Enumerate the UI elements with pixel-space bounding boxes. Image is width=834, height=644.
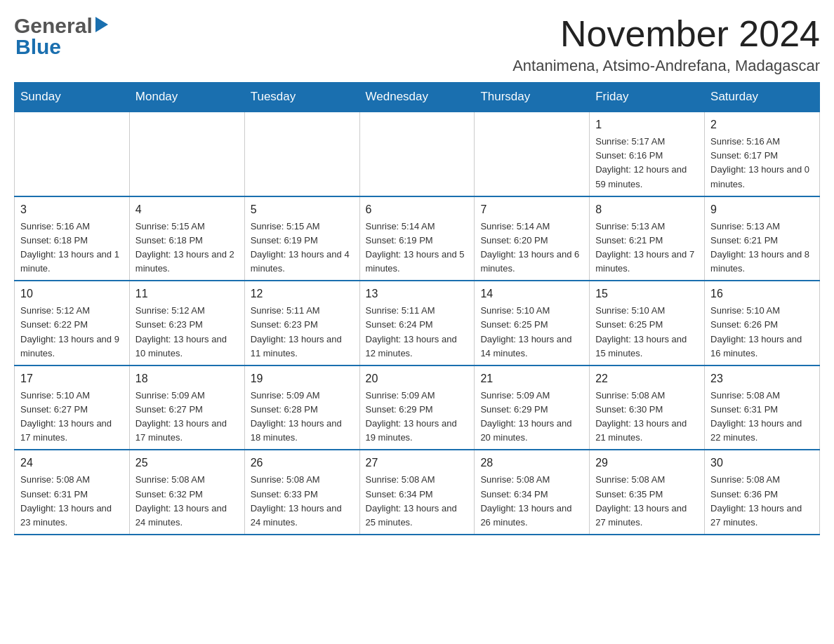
col-sunday: Sunday — [15, 83, 130, 112]
table-row: 2Sunrise: 5:16 AMSunset: 6:17 PMDaylight… — [705, 112, 820, 196]
calendar-header-row: Sunday Monday Tuesday Wednesday Thursday… — [15, 83, 820, 112]
day-info: Sunrise: 5:15 AMSunset: 6:18 PMDaylight:… — [135, 220, 239, 276]
day-number: 8 — [595, 201, 699, 218]
svg-marker-0 — [95, 17, 108, 32]
table-row — [15, 112, 130, 196]
table-row — [244, 112, 359, 196]
table-row: 30Sunrise: 5:08 AMSunset: 6:36 PMDayligh… — [705, 450, 820, 535]
table-row: 17Sunrise: 5:10 AMSunset: 6:27 PMDayligh… — [15, 365, 130, 450]
day-info: Sunrise: 5:09 AMSunset: 6:29 PMDaylight:… — [480, 389, 583, 445]
day-number: 29 — [595, 455, 699, 471]
day-info: Sunrise: 5:08 AMSunset: 6:34 PMDaylight:… — [480, 473, 583, 530]
calendar-week-row: 1Sunrise: 5:17 AMSunset: 6:16 PMDaylight… — [15, 112, 820, 196]
day-number: 15 — [595, 286, 699, 302]
day-info: Sunrise: 5:08 AMSunset: 6:32 PMDaylight:… — [135, 473, 239, 530]
day-info: Sunrise: 5:13 AMSunset: 6:21 PMDaylight:… — [595, 220, 699, 276]
table-row: 4Sunrise: 5:15 AMSunset: 6:18 PMDaylight… — [129, 196, 244, 281]
day-info: Sunrise: 5:14 AMSunset: 6:19 PMDaylight:… — [366, 220, 469, 276]
table-row: 5Sunrise: 5:15 AMSunset: 6:19 PMDaylight… — [244, 196, 359, 281]
table-row: 28Sunrise: 5:08 AMSunset: 6:34 PMDayligh… — [475, 450, 590, 535]
table-row: 18Sunrise: 5:09 AMSunset: 6:27 PMDayligh… — [129, 365, 244, 450]
day-info: Sunrise: 5:08 AMSunset: 6:30 PMDaylight:… — [595, 389, 699, 445]
day-info: Sunrise: 5:14 AMSunset: 6:20 PMDaylight:… — [480, 220, 583, 276]
table-row: 29Sunrise: 5:08 AMSunset: 6:35 PMDayligh… — [590, 450, 705, 535]
calendar-week-row: 24Sunrise: 5:08 AMSunset: 6:31 PMDayligh… — [15, 450, 820, 535]
day-info: Sunrise: 5:10 AMSunset: 6:27 PMDaylight:… — [20, 389, 124, 445]
day-info: Sunrise: 5:13 AMSunset: 6:21 PMDaylight:… — [710, 220, 814, 276]
day-info: Sunrise: 5:08 AMSunset: 6:36 PMDaylight:… — [710, 473, 814, 530]
day-number: 18 — [135, 370, 239, 387]
col-tuesday: Tuesday — [244, 83, 359, 112]
table-row: 6Sunrise: 5:14 AMSunset: 6:19 PMDaylight… — [359, 196, 475, 281]
logo-triangle-icon — [95, 17, 108, 35]
table-row: 24Sunrise: 5:08 AMSunset: 6:31 PMDayligh… — [15, 450, 130, 535]
day-info: Sunrise: 5:08 AMSunset: 6:33 PMDaylight:… — [251, 473, 354, 530]
day-number: 27 — [366, 455, 469, 471]
table-row: 16Sunrise: 5:10 AMSunset: 6:26 PMDayligh… — [705, 281, 820, 365]
day-number: 3 — [20, 201, 124, 218]
table-row: 10Sunrise: 5:12 AMSunset: 6:22 PMDayligh… — [15, 281, 130, 365]
day-number: 22 — [595, 370, 699, 387]
table-row: 7Sunrise: 5:14 AMSunset: 6:20 PMDaylight… — [475, 196, 590, 281]
page-header: General Blue November 2024 Antanimena, A… — [14, 14, 820, 75]
day-number: 10 — [20, 286, 124, 302]
logo: General Blue — [14, 14, 108, 59]
month-title: November 2024 — [512, 14, 820, 54]
day-number: 24 — [20, 455, 124, 471]
day-number: 9 — [710, 201, 814, 218]
col-saturday: Saturday — [705, 83, 820, 112]
day-number: 11 — [135, 286, 239, 302]
day-info: Sunrise: 5:08 AMSunset: 6:35 PMDaylight:… — [595, 473, 699, 530]
day-info: Sunrise: 5:10 AMSunset: 6:26 PMDaylight:… — [710, 304, 814, 361]
day-info: Sunrise: 5:15 AMSunset: 6:19 PMDaylight:… — [251, 220, 354, 276]
day-info: Sunrise: 5:09 AMSunset: 6:28 PMDaylight:… — [251, 389, 354, 445]
day-number: 14 — [480, 286, 583, 302]
table-row — [129, 112, 244, 196]
day-info: Sunrise: 5:11 AMSunset: 6:23 PMDaylight:… — [251, 304, 354, 361]
table-row: 9Sunrise: 5:13 AMSunset: 6:21 PMDaylight… — [705, 196, 820, 281]
day-number: 17 — [20, 370, 124, 387]
table-row: 25Sunrise: 5:08 AMSunset: 6:32 PMDayligh… — [129, 450, 244, 535]
table-row: 1Sunrise: 5:17 AMSunset: 6:16 PMDaylight… — [590, 112, 705, 196]
calendar-table: Sunday Monday Tuesday Wednesday Thursday… — [14, 82, 820, 535]
day-number: 20 — [366, 370, 469, 387]
day-number: 19 — [251, 370, 354, 387]
day-info: Sunrise: 5:09 AMSunset: 6:27 PMDaylight:… — [135, 389, 239, 445]
title-section: November 2024 Antanimena, Atsimo-Andrefa… — [512, 14, 820, 75]
day-number: 7 — [480, 201, 583, 218]
day-info: Sunrise: 5:12 AMSunset: 6:22 PMDaylight:… — [20, 304, 124, 361]
calendar-week-row: 10Sunrise: 5:12 AMSunset: 6:22 PMDayligh… — [15, 281, 820, 365]
col-thursday: Thursday — [475, 83, 590, 112]
day-info: Sunrise: 5:08 AMSunset: 6:34 PMDaylight:… — [366, 473, 469, 530]
col-friday: Friday — [590, 83, 705, 112]
day-info: Sunrise: 5:08 AMSunset: 6:31 PMDaylight:… — [710, 389, 814, 445]
day-info: Sunrise: 5:11 AMSunset: 6:24 PMDaylight:… — [366, 304, 469, 361]
day-number: 4 — [135, 201, 239, 218]
day-info: Sunrise: 5:16 AMSunset: 6:17 PMDaylight:… — [710, 135, 814, 192]
table-row: 11Sunrise: 5:12 AMSunset: 6:23 PMDayligh… — [129, 281, 244, 365]
table-row: 21Sunrise: 5:09 AMSunset: 6:29 PMDayligh… — [475, 365, 590, 450]
day-number: 26 — [251, 455, 354, 471]
day-number: 6 — [366, 201, 469, 218]
day-number: 12 — [251, 286, 354, 302]
table-row: 3Sunrise: 5:16 AMSunset: 6:18 PMDaylight… — [15, 196, 130, 281]
day-info: Sunrise: 5:12 AMSunset: 6:23 PMDaylight:… — [135, 304, 239, 361]
table-row: 13Sunrise: 5:11 AMSunset: 6:24 PMDayligh… — [359, 281, 475, 365]
table-row: 14Sunrise: 5:10 AMSunset: 6:25 PMDayligh… — [475, 281, 590, 365]
table-row: 22Sunrise: 5:08 AMSunset: 6:30 PMDayligh… — [590, 365, 705, 450]
day-number: 30 — [710, 455, 814, 471]
day-info: Sunrise: 5:17 AMSunset: 6:16 PMDaylight:… — [595, 135, 699, 192]
table-row — [359, 112, 475, 196]
day-info: Sunrise: 5:08 AMSunset: 6:31 PMDaylight:… — [20, 473, 124, 530]
col-monday: Monday — [129, 83, 244, 112]
table-row: 8Sunrise: 5:13 AMSunset: 6:21 PMDaylight… — [590, 196, 705, 281]
day-number: 16 — [710, 286, 814, 302]
day-number: 28 — [480, 455, 583, 471]
day-number: 13 — [366, 286, 469, 302]
day-info: Sunrise: 5:09 AMSunset: 6:29 PMDaylight:… — [366, 389, 469, 445]
day-number: 1 — [595, 116, 699, 133]
table-row — [475, 112, 590, 196]
day-info: Sunrise: 5:16 AMSunset: 6:18 PMDaylight:… — [20, 220, 124, 276]
table-row: 15Sunrise: 5:10 AMSunset: 6:25 PMDayligh… — [590, 281, 705, 365]
calendar-week-row: 17Sunrise: 5:10 AMSunset: 6:27 PMDayligh… — [15, 365, 820, 450]
